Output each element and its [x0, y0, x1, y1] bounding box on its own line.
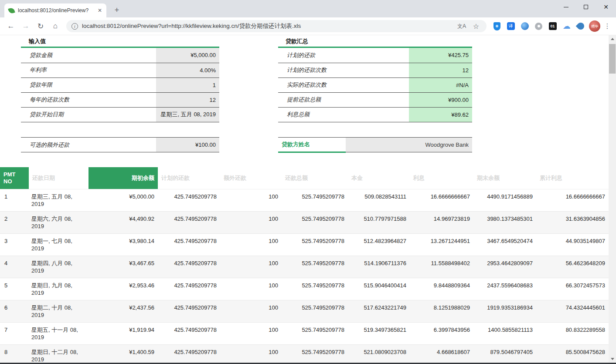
- schedule-cell: 425.7495209778: [158, 344, 220, 363]
- schedule-header-extra-payment: 额外还款: [220, 167, 282, 189]
- schedule-cell: 11.5588498402: [410, 256, 473, 278]
- kv-label: 贷款开始日期: [21, 107, 156, 122]
- schedule-cell: 100: [220, 256, 282, 278]
- extra-payment-table: 可选的额外还款 ¥100.00: [21, 137, 219, 152]
- home-button[interactable]: ⌂: [49, 20, 61, 32]
- schedule-cell: 512.4823964827: [348, 233, 410, 256]
- maximize-button[interactable]: [576, 0, 596, 14]
- translate-extension-icon[interactable]: 译: [507, 22, 515, 30]
- schedule-cell: 525.7495209778: [282, 278, 348, 300]
- schedule-cell: 星期三, 五月 08, 2019: [29, 189, 88, 211]
- schedule-cell: 9.8448809364: [410, 278, 473, 300]
- kv-value: #N/A: [409, 78, 472, 92]
- translate-icon[interactable]: 文A: [456, 21, 467, 31]
- extra-payment-label: 可选的额外还款: [21, 138, 156, 152]
- forward-button[interactable]: →: [20, 20, 32, 32]
- schedule-header-pmt-no: PMT NO: [0, 167, 29, 189]
- schedule-header-date: 还款日期: [29, 167, 88, 189]
- schedule-header-ending-balance: 期末余额: [473, 167, 536, 189]
- browser-window: localhost:8012/onlinePreview? ✕ + ✕ ← → …: [0, 0, 616, 364]
- close-button[interactable]: ✕: [596, 0, 616, 14]
- refresh-button[interactable]: ↻: [34, 20, 47, 32]
- tab-favicon-leaf-icon: [8, 7, 15, 14]
- kv-row: 计划的还款次数12: [278, 63, 472, 78]
- profile-avatar[interactable]: 精华: [589, 20, 600, 32]
- schedule-header-principal: 本金: [348, 167, 410, 189]
- schedule-cell: 31.6363904856: [536, 211, 609, 233]
- window-controls: ✕: [556, 0, 616, 14]
- schedule-cell: 80.8322289558: [536, 322, 609, 344]
- schedule-cell: ¥1,919.94: [88, 322, 158, 344]
- gray-extension-icon[interactable]: [534, 22, 543, 30]
- schedule-cell: 14.969723819: [410, 211, 473, 233]
- url-text: localhost:8012/onlinePreview?url=http://…: [82, 22, 453, 30]
- schedule-cell: 100: [220, 211, 282, 233]
- schedule-cell: 星期六, 六月 08, 2019: [29, 211, 88, 233]
- kv-value: ¥900.00: [409, 92, 472, 107]
- back-button[interactable]: ←: [5, 20, 17, 32]
- schedule-cell: 56.4623648209: [536, 256, 609, 278]
- schedule-cell: 85.5008475628: [536, 344, 609, 363]
- kv-label: 计划的还款: [278, 48, 409, 63]
- tab-close-icon[interactable]: ✕: [98, 8, 102, 13]
- schedule-cell: 525.7495209778: [282, 344, 348, 363]
- schedule-cell: 5: [0, 278, 29, 300]
- schedule-row: 6星期二, 十月 08, 2019¥2,437.56425.7495209778…: [0, 300, 609, 322]
- kv-value: 4.00%: [156, 63, 219, 78]
- browser-menu-icon[interactable]: ⋮: [602, 21, 613, 31]
- schedule-cell: 1919.9353186934: [473, 300, 536, 322]
- kv-row: 贷款开始日期星期三, 五月 08, 2019: [21, 107, 219, 122]
- titlebar: localhost:8012/onlinePreview? ✕ + ✕: [0, 0, 616, 17]
- summary-section-title: 贷款汇总: [286, 37, 308, 45]
- schedule-cell: 100: [220, 344, 282, 363]
- kv-value: 1: [156, 78, 219, 92]
- tab-title: localhost:8012/onlinePreview?: [18, 7, 94, 13]
- site-info-icon[interactable]: i: [71, 23, 78, 30]
- scrollbar-up-button[interactable]: [609, 35, 616, 43]
- kv-label: 年利率: [21, 63, 156, 78]
- scrollbar-down-button[interactable]: [609, 355, 616, 363]
- lender-value: Woodgrove Bank: [346, 138, 472, 152]
- schedule-cell: 2953.4642809097: [473, 256, 536, 278]
- schedule-cell: 525.7495209778: [282, 300, 348, 322]
- orbit-circle: [521, 22, 529, 30]
- schedule-cell: 1400.5855821113: [473, 322, 536, 344]
- shield-shape: [493, 22, 500, 30]
- lender-table: 贷款方姓名 Woodgrove Bank: [278, 137, 472, 153]
- schedule-cell: 4: [0, 256, 29, 278]
- browser-tab[interactable]: localhost:8012/onlinePreview? ✕: [4, 3, 106, 17]
- kv-label: 提前还款总额: [278, 92, 409, 107]
- cloud-extension-icon[interactable]: ☁: [562, 22, 571, 30]
- schedule-cell: 7: [0, 322, 29, 344]
- bookmark-star-icon[interactable]: ☆: [471, 21, 481, 31]
- input-table-body: 贷款金额¥5,000.00年利率4.00%贷款年限1每年的还款次数12贷款开始日…: [21, 48, 219, 122]
- kv-row: 计划的还款¥425.75: [278, 48, 472, 63]
- schedule-cell: 星期日, 九月 08, 2019: [29, 278, 88, 300]
- schedule-cell: ¥2,953.46: [88, 278, 158, 300]
- scrollbar-thumb[interactable]: [609, 44, 616, 74]
- address-bar[interactable]: i localhost:8012/onlinePreview?url=http:…: [66, 20, 487, 32]
- schedule-cell: 星期二, 十月 08, 2019: [29, 300, 88, 322]
- schedule-cell: 8: [0, 344, 29, 363]
- orbit-extension-icon[interactable]: [521, 22, 529, 30]
- schedule-cell: 星期四, 八月 08, 2019: [29, 256, 88, 278]
- schedule-cell: 425.7495209778: [158, 300, 220, 322]
- vertical-scrollbar[interactable]: [609, 35, 616, 363]
- shield-extension-icon[interactable]: [493, 22, 501, 30]
- schedule-cell: 4.668618607: [410, 344, 473, 363]
- schedule-cell: 425.7495209778: [158, 233, 220, 256]
- new-tab-button[interactable]: +: [112, 5, 122, 16]
- schedule-cell: 521.0809023708: [348, 344, 410, 363]
- schedule-row: 7星期五, 十一月 08, 2019¥1,919.94425.749520977…: [0, 322, 609, 344]
- kv-value: 星期三, 五月 08, 2019: [156, 107, 219, 122]
- minimize-button[interactable]: [556, 0, 576, 14]
- minimize-icon: [564, 7, 568, 7]
- bird-extension-icon[interactable]: [576, 22, 585, 30]
- kv-value: 12: [156, 92, 219, 107]
- kv-value: ¥5,000.00: [156, 48, 219, 63]
- schedule-cell: 100: [220, 300, 282, 322]
- schedule-cell: 515.9046400414: [348, 278, 410, 300]
- onetab-extension-icon[interactable]: 01: [548, 22, 557, 30]
- schedule-cell: 66.3072457573: [536, 278, 609, 300]
- shield-dot: [496, 25, 498, 27]
